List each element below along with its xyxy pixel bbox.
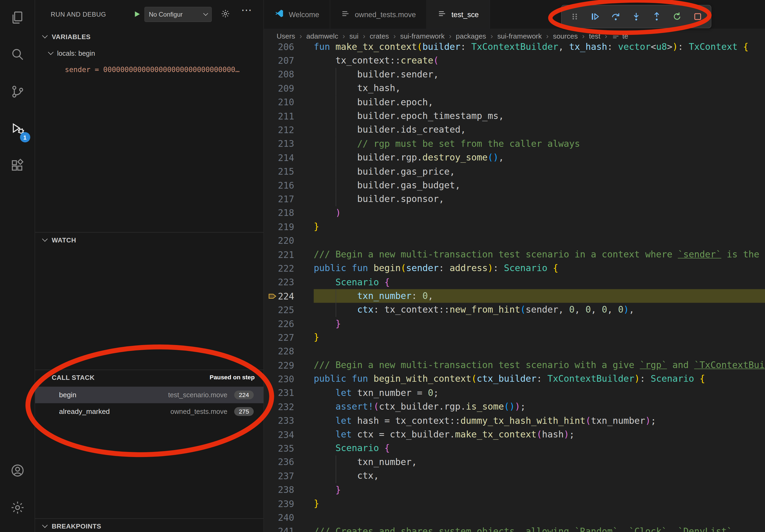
breadcrumb-item[interactable]: sources <box>553 32 578 40</box>
breadcrumb-item[interactable]: sui-framework <box>400 32 445 40</box>
code-line[interactable]: 233 let hash = tx_context::dummy_tx_hash… <box>264 414 765 428</box>
code-line[interactable]: 225 ctx: tx_context::new_from_hint(sende… <box>264 303 765 317</box>
line-number[interactable]: 212 <box>278 125 294 135</box>
variables-section-header[interactable]: VARIABLES <box>35 29 264 44</box>
code-line[interactable]: 234 let ctx = ctx_builder.make_tx_contex… <box>264 427 765 441</box>
line-number[interactable]: 223 <box>278 277 294 287</box>
line-number[interactable]: 216 <box>278 180 294 190</box>
line-number[interactable]: 238 <box>278 485 294 495</box>
line-number[interactable]: 217 <box>278 194 294 204</box>
line-number[interactable]: 207 <box>278 56 294 66</box>
watch-section-header[interactable]: WATCH <box>35 232 264 247</box>
activity-item-run-and-debug[interactable]: 1 <box>4 116 31 143</box>
code-line[interactable]: 239} <box>264 497 765 511</box>
line-number[interactable]: 232 <box>278 402 294 412</box>
line-number[interactable]: 206 <box>278 43 294 52</box>
line-number[interactable]: 213 <box>278 139 294 149</box>
breadcrumb-item[interactable]: sui-framework <box>497 32 542 40</box>
breadcrumb-item[interactable]: crates <box>370 32 389 40</box>
code-line[interactable]: 213 // rgp must be set from the caller a… <box>264 137 765 151</box>
breadcrumb-item[interactable]: test <box>589 32 600 40</box>
line-number[interactable]: 227 <box>278 333 294 343</box>
line-number[interactable]: 224 <box>278 291 294 301</box>
call-stack-section-header[interactable]: CALL STACK Paused on step <box>35 370 264 385</box>
code-line[interactable]: 235 Scenario { <box>264 441 765 455</box>
step-into-button[interactable] <box>627 7 645 26</box>
drag-handle-icon[interactable] <box>565 7 584 26</box>
code-line[interactable]: 216 builder.gas_budget, <box>264 178 765 192</box>
line-number[interactable]: 210 <box>278 97 294 108</box>
restart-button[interactable] <box>668 7 686 26</box>
line-number[interactable]: 229 <box>278 360 294 371</box>
line-number[interactable]: 211 <box>278 111 294 121</box>
line-number[interactable]: 221 <box>278 249 294 260</box>
continue-button[interactable] <box>586 7 604 26</box>
line-number[interactable]: 236 <box>278 457 294 467</box>
breakpoints-section-header[interactable]: BREAKPOINTS <box>35 519 264 532</box>
code-line[interactable]: 228 <box>264 345 765 359</box>
line-number[interactable]: 234 <box>278 429 294 439</box>
breadcrumb-item[interactable]: Users <box>277 32 295 40</box>
variables-scope-row[interactable]: locals: begin <box>35 46 264 60</box>
line-number[interactable]: 235 <box>278 443 294 453</box>
code-line[interactable]: 212 builder.ids_created, <box>264 123 765 137</box>
line-number[interactable]: 240 <box>278 512 294 523</box>
line-number[interactable]: 220 <box>278 235 294 246</box>
line-number[interactable]: 214 <box>278 152 294 162</box>
step-out-button[interactable] <box>647 7 666 26</box>
code-line[interactable]: 237 ctx, <box>264 469 765 483</box>
step-over-button[interactable] <box>607 7 625 26</box>
variable-row[interactable]: sender = 0000000000000000000000000000000… <box>35 63 264 77</box>
start-debugging-button[interactable] <box>131 7 143 21</box>
call-stack-frame[interactable]: begintest_scenario.move224 <box>35 387 264 403</box>
code-line[interactable]: 210 builder.epoch, <box>264 95 765 109</box>
code-line[interactable]: 222public fun begin(sender: address): Sc… <box>264 261 765 275</box>
debug-config-dropdown[interactable]: No Configur <box>145 7 212 22</box>
tab-owned-tests[interactable]: owned_tests.move <box>331 0 427 29</box>
line-number[interactable]: 241 <box>278 526 294 532</box>
code-line[interactable]: 230public fun begin_with_context(ctx_bui… <box>264 372 765 386</box>
line-number[interactable]: 230 <box>278 374 294 384</box>
activity-item-explorer[interactable] <box>4 5 31 32</box>
call-stack-frame[interactable]: already_markedowned_tests.move275 <box>35 403 264 420</box>
more-actions-button[interactable]: ⋯ <box>241 4 252 17</box>
line-number[interactable]: 209 <box>278 83 294 94</box>
code-line[interactable]: 226 } <box>264 317 765 331</box>
code-editor[interactable]: 206fun make_tx_context(builder: TxContex… <box>264 43 765 532</box>
line-number[interactable]: 222 <box>278 263 294 274</box>
line-number[interactable]: 219 <box>278 222 294 232</box>
code-line[interactable]: 218 ) <box>264 206 765 220</box>
tab-test-scenario[interactable]: test_sce <box>427 0 490 29</box>
activity-item-extensions[interactable] <box>4 153 31 180</box>
code-line[interactable]: 221/// Begin a new multi-transaction tes… <box>264 247 765 261</box>
code-line[interactable]: 231 let txn_number = 0; <box>264 386 765 400</box>
breadcrumb-item[interactable]: packages <box>456 32 486 40</box>
line-number[interactable]: 218 <box>278 208 294 218</box>
breadcrumb-item[interactable]: sui <box>350 32 359 40</box>
activity-item-source-control[interactable] <box>4 79 31 106</box>
activity-item-accounts[interactable] <box>4 458 31 485</box>
stop-button[interactable] <box>688 7 707 26</box>
activity-item-search[interactable] <box>4 42 31 69</box>
debug-settings-gear-button[interactable] <box>221 9 230 21</box>
code-line[interactable]: 209 tx_hash, <box>264 82 765 95</box>
code-line[interactable]: 229/// Begin a new multi-transaction tes… <box>264 359 765 372</box>
code-line[interactable]: 232 assert!(ctx_builder.rgp.is_some()); <box>264 400 765 414</box>
code-line[interactable]: 240 <box>264 511 765 524</box>
code-line[interactable]: 206fun make_tx_context(builder: TxContex… <box>264 43 765 54</box>
code-line[interactable]: 207 tx_context::create( <box>264 54 765 68</box>
line-number[interactable]: 233 <box>278 415 294 426</box>
line-number[interactable]: 228 <box>278 346 294 357</box>
line-number[interactable]: 226 <box>278 319 294 329</box>
code-line[interactable]: 227} <box>264 331 765 345</box>
code-line[interactable]: 217 builder.sponsor, <box>264 192 765 206</box>
breadcrumb-item[interactable]: te <box>612 32 628 40</box>
line-number[interactable]: 208 <box>278 69 294 80</box>
code-line[interactable]: 220 <box>264 234 765 248</box>
code-line[interactable]: 236 txn_number, <box>264 455 765 469</box>
code-line[interactable]: 241/// Creates and shares system objects… <box>264 524 765 532</box>
tab-welcome[interactable]: Welcome <box>264 0 331 29</box>
code-line[interactable]: 224 txn_number: 0, <box>264 289 765 303</box>
code-line[interactable]: 223 Scenario { <box>264 275 765 289</box>
code-line[interactable]: 215 builder.gas_price, <box>264 164 765 178</box>
